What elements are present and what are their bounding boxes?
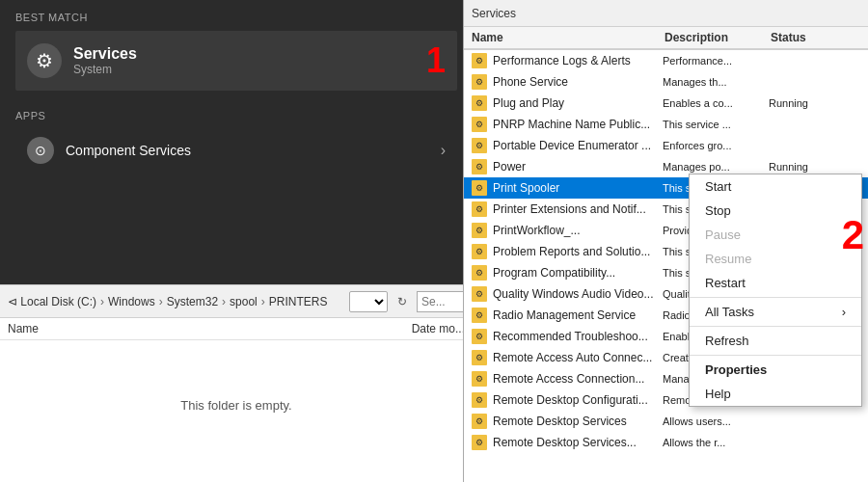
service-icon: ⚙ — [472, 201, 487, 217]
fe-col-name: Name — [8, 322, 236, 335]
service-desc: Manages po... — [663, 161, 769, 173]
col-status-header: Status — [771, 31, 838, 44]
bc-windows[interactable]: Windows — [108, 295, 155, 308]
component-services-icon: ⊙ — [27, 137, 54, 164]
ctx-item-all-tasks[interactable]: All Tasks› — [690, 300, 861, 324]
service-row[interactable]: ⚙ Performance Logs & Alerts Performance.… — [464, 50, 868, 71]
service-icon: ⚙ — [472, 392, 487, 408]
services-window-title: Services — [472, 7, 516, 20]
file-explorer-bar: ⊲ Local Disk (C:) › Windows › System32 ›… — [0, 285, 473, 318]
ctx-label: Pause — [705, 228, 741, 242]
component-services-item[interactable]: ⊙ Component Services › — [15, 129, 457, 172]
service-icon: ⚙ — [472, 308, 487, 323]
service-icon: ⚙ — [472, 329, 487, 344]
step-badge-1: 1 — [426, 40, 446, 81]
service-name: Portable Device Enumerator ... — [493, 139, 663, 152]
service-icon: ⚙ — [472, 74, 487, 90]
service-icon: ⚙ — [472, 180, 487, 196]
service-row[interactable]: ⚙ Remote Desktop Services... Allows the … — [464, 432, 868, 453]
service-row[interactable]: ⚙ Remote Desktop Services Allows users..… — [464, 411, 868, 432]
ctx-item-pause: Pause — [690, 223, 861, 247]
service-row[interactable]: ⚙ Phone Service Manages th... — [464, 71, 868, 93]
ctx-item-help[interactable]: Help — [690, 382, 861, 406]
service-desc: Enables a co... — [663, 97, 769, 109]
service-icon: ⚙ — [472, 265, 487, 281]
service-name: Remote Access Connection... — [493, 372, 663, 386]
service-name: Remote Desktop Services — [493, 415, 663, 428]
service-status: Running — [769, 161, 836, 173]
bc-printers[interactable]: PRINTERS — [269, 295, 328, 308]
step-badge-2: 2 — [842, 212, 864, 258]
service-icon: ⚙ — [472, 95, 487, 111]
fe-refresh-btn[interactable]: ↻ — [392, 293, 413, 310]
service-name: PNRP Machine Name Public... — [493, 118, 663, 131]
bc-spool[interactable]: spool — [230, 295, 258, 308]
service-icon: ⚙ — [472, 414, 487, 429]
ctx-item-resume: Resume — [690, 247, 861, 271]
gear-icon: ⚙ — [27, 43, 62, 78]
service-icon: ⚙ — [472, 117, 487, 132]
context-menu: StartStopPauseResumeRestartAll Tasks›Ref… — [689, 174, 862, 407]
service-name: Plug and Play — [493, 96, 663, 110]
col-desc-header: Description — [665, 31, 771, 44]
service-name: Remote Desktop Configurati... — [493, 393, 663, 407]
breadcrumb: ⊲ Local Disk (C:) › Windows › System32 ›… — [8, 295, 345, 308]
ctx-label: Start — [705, 179, 731, 194]
service-name: PrintWorkflow_... — [493, 224, 663, 237]
best-match-section: Best match ⚙ Services System 1 — [0, 0, 473, 98]
best-match-item[interactable]: ⚙ Services System 1 — [15, 31, 457, 91]
service-name: Power — [493, 160, 663, 174]
ctx-label: Stop — [705, 203, 731, 218]
service-name: Remote Access Auto Connec... — [493, 351, 663, 364]
ctx-item-refresh[interactable]: Refresh — [690, 329, 861, 353]
fe-search-input[interactable] — [417, 291, 465, 312]
service-name: Program Compatibility... — [493, 266, 663, 280]
app-arrow-icon: › — [441, 142, 446, 159]
ctx-label: All Tasks — [705, 305, 754, 319]
service-name: Performance Logs & Alerts — [493, 54, 663, 67]
ctx-label: Properties — [705, 362, 767, 377]
service-icon: ⚙ — [472, 138, 487, 153]
service-icon: ⚙ — [472, 350, 487, 365]
service-desc: Enforces gro... — [663, 140, 769, 151]
service-row[interactable]: ⚙ PNRP Machine Name Public... This servi… — [464, 114, 868, 135]
service-row[interactable]: ⚙ Portable Device Enumerator ... Enforce… — [464, 135, 868, 156]
service-name: Quality Windows Audio Video... — [493, 287, 663, 301]
service-row[interactable]: ⚙ Plug and Play Enables a co... Running — [464, 93, 868, 114]
ctx-label: Refresh — [705, 334, 749, 348]
service-icon: ⚙ — [472, 286, 487, 302]
fe-columns: Name Date mo... — [0, 318, 473, 340]
fe-col-date: Date mo... — [236, 322, 465, 335]
services-subtitle: System — [73, 63, 137, 76]
service-desc: Allows the r... — [663, 437, 769, 448]
ctx-item-restart[interactable]: Restart — [690, 271, 861, 295]
ctx-divider — [690, 355, 861, 356]
ctx-item-properties[interactable]: Properties — [690, 358, 861, 382]
best-match-label: Best match — [15, 12, 457, 23]
ctx-label: Help — [705, 387, 731, 401]
service-name: Recommended Troubleshoo... — [493, 330, 663, 343]
ctx-arrow-icon: › — [842, 305, 846, 319]
service-icon: ⚙ — [472, 244, 487, 259]
service-name: Remote Desktop Services... — [493, 436, 663, 449]
service-status: Running — [769, 97, 836, 109]
services-header: Services — [464, 0, 868, 27]
component-services-name: Component Services — [66, 143, 441, 158]
service-desc: This service ... — [663, 119, 769, 130]
breadcrumb-dropdown[interactable] — [349, 291, 388, 312]
service-name: Phone Service — [493, 75, 663, 89]
services-title: Services — [73, 45, 137, 63]
service-name: Printer Extensions and Notif... — [493, 202, 663, 216]
bc-system32[interactable]: System32 — [167, 295, 218, 308]
ctx-divider — [690, 297, 861, 298]
ctx-item-stop[interactable]: Stop — [690, 199, 861, 223]
ctx-item-start[interactable]: Start — [690, 174, 861, 199]
ctx-divider — [690, 326, 861, 327]
ctx-label: Restart — [705, 276, 746, 290]
service-icon: ⚙ — [472, 371, 487, 387]
bc-local-disk[interactable]: ⊲ Local Disk (C:) — [8, 295, 96, 308]
file-explorer: ⊲ Local Disk (C:) › Windows › System32 ›… — [0, 284, 473, 482]
service-desc: Allows users... — [663, 415, 769, 427]
service-desc: Manages th... — [663, 76, 769, 88]
fe-nav-buttons: ↻ — [392, 293, 413, 310]
